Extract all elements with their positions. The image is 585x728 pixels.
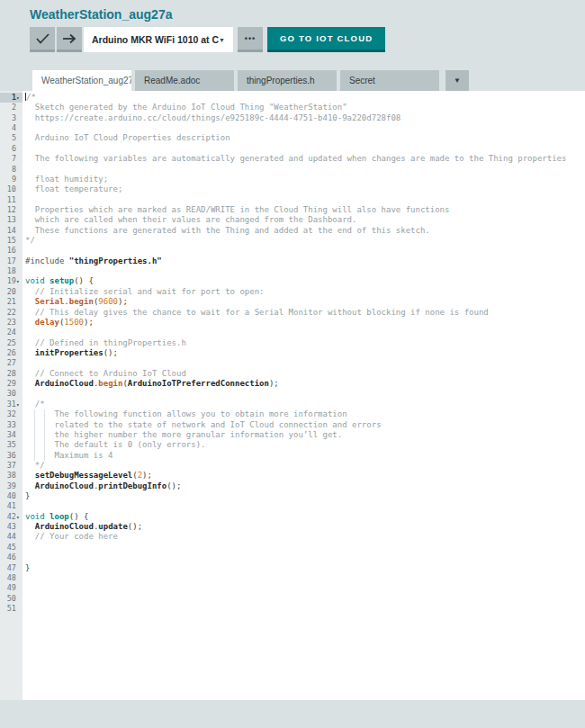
code-line[interactable]: } [22,491,585,501]
line-number: 49 [0,583,22,593]
code-line[interactable]: Properties which are marked as READ/WRIT… [22,205,585,215]
code-line[interactable]: void setup() { [22,276,585,286]
code-line[interactable]: // Defined in thingProperties.h [22,338,585,348]
code-line[interactable]: which are called when their values are c… [22,215,585,225]
line-number: 40 [0,491,22,501]
page-title: WeatherStation_aug27a [30,7,172,22]
verify-button[interactable] [30,27,55,52]
code-line[interactable]: #include "thingProperties.h" [22,256,585,266]
upload-button[interactable] [57,27,82,52]
line-number: 35 [0,440,22,450]
line-number: 47 [0,563,22,573]
line-number: 14 [0,226,22,236]
code-line[interactable]: void loop() { [22,512,585,522]
code-line[interactable]: delay(1500); [22,318,585,328]
line-number: 39 [0,481,22,491]
code-line[interactable]: */ [22,236,585,246]
code-line[interactable]: the higher number the more granular info… [22,430,585,440]
tab-weatherstation-aug27a[interactable]: WeatherStation_aug27a [32,70,131,91]
line-number: 13 [0,215,22,225]
code-line[interactable] [22,389,585,399]
code-area[interactable]: /* Sketch generated by the Arduino IoT C… [22,91,585,700]
line-number: 15 [0,236,22,246]
tab-readme-adoc[interactable]: ReadMe.adoc [135,70,234,91]
line-number: 42▾ [0,512,22,522]
code-line[interactable] [22,594,585,604]
more-options-button[interactable]: ••• [238,27,263,52]
code-line[interactable]: // Your code here [22,532,585,542]
fold-caret-icon[interactable]: ▾ [16,93,22,103]
code-line[interactable] [22,358,585,368]
code-line[interactable]: Maximum is 4 [22,451,585,461]
line-number: 20 [0,287,22,297]
code-line[interactable]: The default is 0 (only errors). [22,440,585,450]
code-line[interactable]: float humidity; [22,175,585,184]
chevron-down-icon: ▼ [219,37,225,43]
line-number: 31▾ [0,400,22,409]
line-number: 34 [0,430,22,440]
code-line[interactable]: // This delay gives the chance to wait f… [22,308,585,318]
code-line[interactable]: Arduino IoT Cloud Properties description [22,133,585,143]
code-line[interactable]: related to the state of network and IoT … [22,420,585,430]
code-line[interactable] [22,266,585,276]
code-line[interactable]: // Initialize serial and wait for port t… [22,287,585,297]
code-line[interactable]: The following function allows you to obt… [22,409,585,419]
code-line[interactable]: Serial.begin(9600); [22,297,585,307]
line-number: 38 [0,471,22,481]
line-number: 51 [0,604,22,614]
fold-caret-icon[interactable]: ▾ [16,400,22,409]
code-line[interactable] [22,165,585,175]
tab-list-dropdown-button[interactable]: ▼ [446,70,469,91]
line-number: 9 [0,175,22,184]
code-line[interactable] [22,553,585,562]
code-line[interactable]: The following variables are automaticall… [22,154,585,164]
line-number: 5 [0,133,22,143]
line-number: 11 [0,195,22,205]
code-line[interactable]: ArduinoCloud.begin(ArduinoIoTPreferredCo… [22,379,585,389]
code-line[interactable] [22,543,585,553]
code-line[interactable] [22,583,585,593]
line-number: 23 [0,318,22,328]
line-number: 26 [0,348,22,358]
code-line[interactable]: ArduinoCloud.printDebugInfo(); [22,481,585,491]
code-line[interactable] [22,604,585,614]
line-number: 43 [0,522,22,532]
code-line[interactable] [22,501,585,511]
line-number: 10 [0,184,22,194]
code-line[interactable] [22,573,585,583]
line-number: 3 [0,113,22,123]
code-line[interactable]: initProperties(); [22,348,585,358]
go-to-iot-cloud-button[interactable]: GO TO IOT CLOUD [267,27,385,52]
code-line[interactable]: https://create.arduino.cc/cloud/things/e… [22,113,585,123]
line-number: 30 [0,389,22,399]
code-line[interactable]: // Connect to Arduino IoT Cloud [22,369,585,379]
code-line[interactable] [22,123,585,133]
code-line[interactable]: These functions are generated with the T… [22,226,585,236]
code-line[interactable] [22,195,585,205]
fold-caret-icon[interactable]: ▾ [16,276,22,286]
code-line[interactable]: setDebugMessageLevel(2); [22,471,585,481]
line-number: 36 [0,451,22,461]
code-line[interactable] [22,328,585,337]
code-line[interactable] [22,144,585,154]
line-number: 25 [0,338,22,348]
code-line[interactable]: /* [22,93,585,103]
line-number: 48 [0,573,22,583]
code-line[interactable]: */ [22,461,585,471]
code-line[interactable] [22,246,585,256]
fold-caret-icon[interactable]: ▾ [16,512,22,522]
line-number: 8 [0,165,22,175]
tab-thingproperties-h[interactable]: thingProperties.h [238,70,337,91]
code-line[interactable]: } [22,563,585,573]
code-line[interactable]: /* [22,400,585,409]
tab-bar: WeatherStation_aug27aReadMe.adocthingPro… [32,70,469,91]
code-editor[interactable]: 1▾2345678910111213141516171819▾202122232… [0,91,585,700]
board-selector[interactable]: Arduino MKR WiFi 1010 at C... ▼ [84,27,233,52]
code-line[interactable]: ArduinoCloud.update(); [22,522,585,532]
code-line[interactable]: float temperature; [22,184,585,194]
tab-secret[interactable]: Secret [340,70,439,91]
line-number: 44 [0,532,22,542]
line-number: 37 [0,461,22,471]
code-line[interactable]: Sketch generated by the Arduino IoT Clou… [22,103,585,112]
line-number: 19▾ [0,276,22,286]
